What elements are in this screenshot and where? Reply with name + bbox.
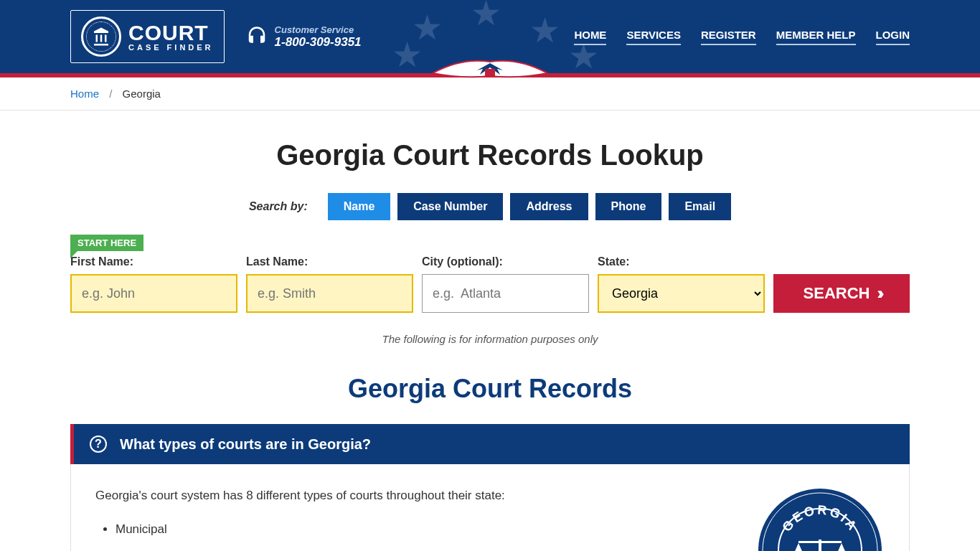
nav-login[interactable]: LOGIN xyxy=(876,29,910,45)
city-label: City (optional): xyxy=(422,255,589,268)
court-type-list: Municipal Magistrate xyxy=(95,519,734,551)
last-name-label: Last Name: xyxy=(246,255,413,268)
nav-member-help[interactable]: MEMBER HELP xyxy=(776,29,856,45)
search-by-label: Search by: xyxy=(249,200,308,213)
list-item: Magistrate xyxy=(116,546,734,551)
logo-main-text: COURT xyxy=(128,22,214,44)
content-intro: Georgia's court system has 8 different t… xyxy=(95,486,734,505)
question-text: What types of courts are in Georgia? xyxy=(120,436,371,453)
first-name-label: First Name: xyxy=(70,255,237,268)
question-header: ? What types of courts are in Georgia? xyxy=(70,424,910,464)
question-mark-icon: ? xyxy=(90,435,107,453)
svg-rect-0 xyxy=(485,69,495,76)
tab-case-number[interactable]: Case Number xyxy=(397,193,503,220)
tab-phone[interactable]: Phone xyxy=(595,193,662,220)
search-form: First Name: Last Name: City (optional): … xyxy=(70,255,910,313)
site-logo[interactable]: COURT CASE FINDER xyxy=(70,10,225,63)
headset-icon xyxy=(246,26,268,47)
eagle-emblem xyxy=(433,57,547,89)
customer-service-phone: 1-800-309-9351 xyxy=(275,35,362,50)
state-field: State: Georgia xyxy=(598,255,765,313)
content-text: Georgia's court system has 8 different t… xyxy=(95,486,734,551)
first-name-input[interactable] xyxy=(70,274,237,313)
main-nav: HOME SERVICES REGISTER MEMBER HELP LOGIN xyxy=(574,29,910,45)
tab-name[interactable]: Name xyxy=(328,193,391,220)
customer-service: Customer Service 1-800-309-9351 xyxy=(246,24,362,50)
tab-email[interactable]: Email xyxy=(669,193,731,220)
list-item: Municipal xyxy=(116,519,734,539)
state-select[interactable]: Georgia xyxy=(598,274,765,313)
search-button-label: SEARCH xyxy=(804,284,870,303)
last-name-field: Last Name: xyxy=(246,255,413,313)
nav-register[interactable]: REGISTER xyxy=(701,29,756,45)
start-here-badge: START HERE xyxy=(70,235,143,251)
breadcrumb-home[interactable]: Home xyxy=(70,88,99,100)
last-name-input[interactable] xyxy=(246,274,413,313)
main-content: Georgia Court Records Lookup Search by: … xyxy=(70,110,910,551)
city-field: City (optional): xyxy=(422,255,589,313)
city-input[interactable] xyxy=(422,274,589,313)
content-block: Georgia's court system has 8 different t… xyxy=(70,464,910,551)
state-seal: GEORGIA xyxy=(755,486,885,551)
breadcrumb-current: Georgia xyxy=(123,88,161,100)
breadcrumb-separator: / xyxy=(109,88,112,100)
page-title: Georgia Court Records Lookup xyxy=(70,139,910,171)
first-name-field: First Name: xyxy=(70,255,237,313)
section-title: Georgia Court Records xyxy=(70,374,910,404)
search-button[interactable]: SEARCH ›› xyxy=(773,274,910,313)
nav-home[interactable]: HOME xyxy=(574,29,606,45)
customer-service-label: Customer Service xyxy=(275,24,362,35)
svg-rect-6 xyxy=(798,541,842,543)
nav-services[interactable]: SERVICES xyxy=(626,29,681,45)
state-label: State: xyxy=(598,255,765,268)
logo-sub-text: CASE FINDER xyxy=(128,44,214,52)
disclaimer-text: The following is for information purpose… xyxy=(70,333,910,345)
header-divider xyxy=(0,73,980,77)
tab-address[interactable]: Address xyxy=(510,193,588,220)
logo-seal-icon xyxy=(81,17,121,57)
search-tabs: Search by: Name Case Number Address Phon… xyxy=(70,193,910,220)
chevron-right-icon: ›› xyxy=(877,283,880,303)
